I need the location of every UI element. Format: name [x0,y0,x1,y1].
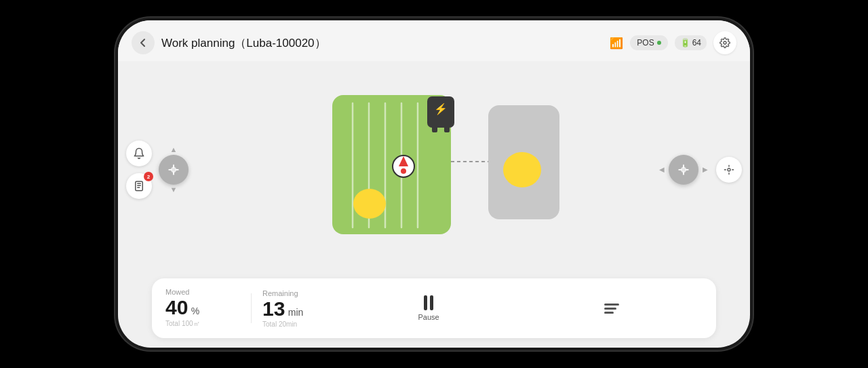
pos-label: POS [637,38,654,48]
svg-point-0 [724,41,726,44]
page-title: Work planning（Luba-100020） [161,35,326,51]
right-sidebar [716,61,742,278]
right-joystick-button[interactable] [669,155,698,185]
remaining-value: 13 [262,297,285,320]
menu-button[interactable] [601,301,622,316]
mowed-value-row: 40 % [165,297,199,318]
right-arrow-icon[interactable]: ▶ [701,165,709,174]
task-badge: 2 [144,172,153,181]
left-sidebar: 2 [126,61,152,278]
phone-screen: Work planning（Luba-100020） 📶 POS 🔋 64 [118,20,750,348]
status-bar: Mowed 40 % Total 100㎡ Remaining 13 min T… [152,278,716,338]
bluetooth-icon: 📶 [610,37,623,50]
remaining-total: Total 20min [262,320,297,328]
header-right: 📶 POS 🔋 64 [610,31,736,54]
mowed-group: Mowed 40 % Total 100㎡ [165,288,240,329]
menu-line-2 [604,308,616,310]
obstacle-left [353,189,386,219]
back-button[interactable] [132,31,155,54]
notification-button[interactable] [126,141,152,166]
tasks-button[interactable]: 2 [126,173,152,199]
mowed-unit: % [191,306,199,316]
left-nav-control: ▲ ▼ [159,145,189,195]
settings-button[interactable] [713,31,736,54]
remaining-unit: min [288,307,304,318]
svg-point-15 [728,168,730,171]
right-nav-control: ◀ ▶ [658,147,709,193]
battery-icon: 🔋 [680,38,690,48]
svg-rect-11 [444,126,450,132]
battery-level: 64 [692,38,701,48]
menu-line-3 [604,312,614,314]
location-button[interactable] [716,157,742,183]
pause-button[interactable]: Pause [418,295,439,321]
phone-frame: Work planning（Luba-100020） 📶 POS 🔋 64 [115,18,753,350]
down-arrow-icon[interactable]: ▼ [169,185,179,195]
pos-badge: POS [630,35,667,50]
mowed-label: Mowed [165,288,189,296]
svg-rect-10 [432,126,437,132]
mowed-value: 40 [165,296,188,318]
remaining-value-row: 13 min [262,299,303,319]
obstacle-right [503,152,541,187]
action-group: Pause [337,295,703,321]
up-arrow-icon[interactable]: ▲ [169,145,179,155]
header: Work planning（Luba-100020） 📶 POS 🔋 64 [118,20,750,61]
left-arrow-icon[interactable]: ◀ [658,165,666,174]
battery-badge: 🔋 64 [675,35,707,50]
mowed-total: Total 100㎡ [165,319,200,329]
left-joystick-button[interactable] [159,155,189,185]
svg-text:⚡: ⚡ [434,103,448,115]
stat-divider-1 [251,293,252,323]
pause-icon [424,295,433,310]
pause-bar-2 [430,295,433,310]
remaining-group: Remaining 13 min Total 20min [262,289,337,328]
pause-bar-1 [424,295,427,310]
signal-dot [657,41,661,45]
map-area: ▲ ▼ [118,61,750,278]
menu-line-1 [604,303,619,306]
header-left: Work planning（Luba-100020） [132,31,326,54]
remaining-label: Remaining [262,289,298,297]
svg-point-13 [401,168,406,174]
map-svg: ⚡ [298,88,570,251]
main-content: 2 ▲ [118,61,750,278]
pause-label: Pause [418,313,439,321]
